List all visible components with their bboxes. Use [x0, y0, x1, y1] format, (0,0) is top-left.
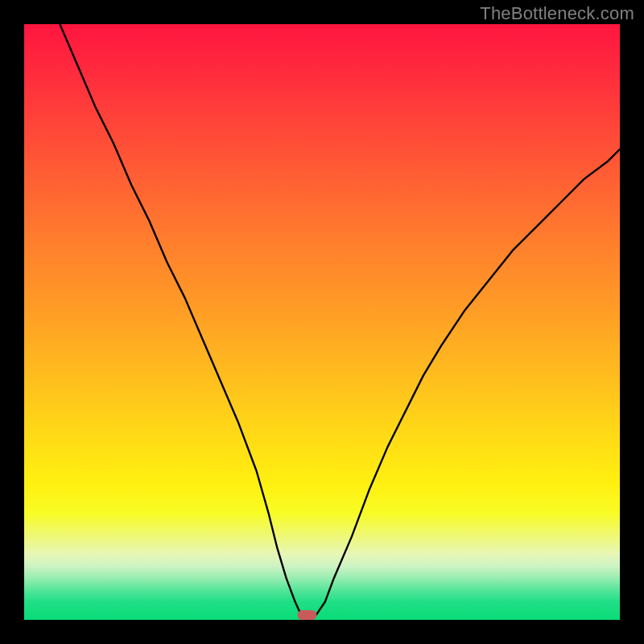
curve-svg: [24, 24, 620, 620]
watermark-text: TheBottleneck.com: [480, 3, 634, 24]
pill-marker: [298, 610, 317, 620]
chart-frame: TheBottleneck.com: [0, 0, 644, 644]
plot-area: [24, 24, 620, 620]
bottleneck-curve: [60, 24, 620, 615]
